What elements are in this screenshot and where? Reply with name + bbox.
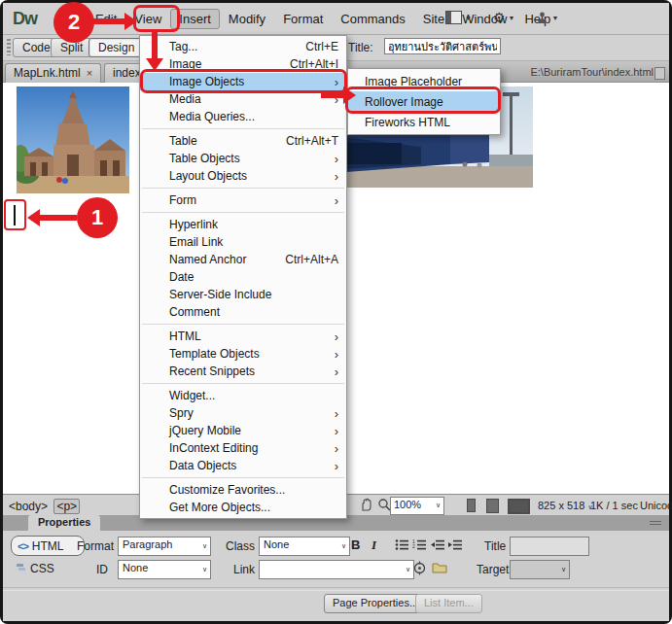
menu-item-server-side-include[interactable]: Server-Side Include [140,286,346,303]
menu-item-html[interactable]: HTML› [140,328,346,345]
insert-menu-popup: Tag...Ctrl+E ImageCtrl+Alt+I Image Objec… [139,35,347,519]
target-label: Target [477,563,509,576]
step-1-arrowhead-icon [27,209,40,226]
menu-item-email-link[interactable]: Email Link [140,233,346,251]
magnification-select[interactable]: 100% ∨ [390,497,444,515]
encoding-indicator: Unicode (UTF-8 [640,500,672,511]
menu-item-named-anchor[interactable]: Named AnchorCtrl+Alt+A [140,251,346,268]
submenu-arrow-icon: › [335,347,338,362]
id-select[interactable]: None ∨ [118,560,211,579]
step-2-arrow-shaft [93,18,124,24]
title-field-label: Title [484,539,506,553]
menu-item-recent-snippets[interactable]: Recent Snippets› [140,363,346,380]
menu-item-spry[interactable]: Spry› [140,404,346,422]
menu-item-hyperlink[interactable]: Hyperlink [140,216,346,233]
file-status-icon [654,67,665,80]
point-to-file-icon[interactable] [412,561,427,575]
menu-item-tag[interactable]: Tag...Ctrl+E [140,38,346,55]
html-properties-button[interactable]: <> HTML [11,536,85,556]
hand-tool-icon[interactable] [359,498,373,512]
menu-separator [142,477,344,478]
link-combo[interactable]: ∨ [259,560,414,579]
svg-text:2: 2 [412,543,415,549]
chevron-down-icon: ∨ [561,566,566,573]
site-management-button[interactable]: ▼ [536,12,558,24]
menu-item-widget[interactable]: Widget... [140,387,346,404]
css-properties-button[interactable]: CSS [11,559,83,577]
toolbar-grip[interactable] [7,39,11,55]
phanom-rung-temple-image[interactable] [17,87,129,193]
menu-item-media-queries[interactable]: Media Queries... [140,108,346,125]
format-label: Format [77,539,114,553]
tag-selector: <body> <p> [9,499,80,514]
submenu-arrow-icon: › [335,169,338,184]
tag-p-selected[interactable]: <p> [53,499,80,514]
step-1-badge: 1 [77,197,118,238]
menu-item-comment[interactable]: Comment [140,303,346,321]
menu-item-jquery-mobile[interactable]: jQuery Mobile› [140,422,346,439]
design-view-button[interactable]: Design [88,38,144,57]
tag-body[interactable]: <body> [9,500,48,513]
panel-divider [3,587,669,591]
menu-item-table-objects[interactable]: Table Objects› [140,150,346,167]
menu-item-date[interactable]: Date [140,268,346,286]
chevron-down-icon: ∨ [202,542,207,550]
menu-item-customize-favorites[interactable]: Customize Favorites... [140,481,346,499]
submenu-arrow-icon: › [335,193,338,208]
window-size-indicator[interactable]: 825 x 518 ∨ [538,500,593,511]
insert-menu-highlight-box [133,5,180,32]
dreamweaver-window: Dw File Edit View Insert Modify Format C… [0,0,672,624]
browse-folder-icon[interactable] [432,561,447,574]
outdent-icon[interactable] [431,538,444,551]
menu-item-fireworks-html[interactable]: Fireworks HTML [348,112,500,132]
tablet-size-icon[interactable] [486,499,499,513]
indent-icon[interactable] [448,538,462,551]
zoom-tool-icon[interactable] [377,498,391,512]
target-select: ∨ [510,560,570,579]
submenu-arrow-icon: › [335,424,338,438]
submenu-arrow-icon: › [335,459,338,473]
bold-button[interactable]: B [351,537,360,552]
menu-item-get-more-objects[interactable]: Get More Objects... [140,499,346,516]
class-select[interactable]: None ∨ [259,537,350,556]
workspace-layout-button[interactable]: ▼ [445,11,472,24]
unordered-list-icon[interactable] [395,538,408,551]
code-brackets-icon: <> [18,540,28,552]
menu-commands[interactable]: Commands [332,9,413,29]
extensions-button[interactable]: ⚙ ▼ [493,10,515,25]
phone-size-icon[interactable] [467,499,476,512]
submenu-arrow-icon: › [335,364,338,379]
tab-maplnk[interactable]: MapLnk.html× [5,63,101,85]
menu-item-template-objects[interactable]: Template Objects› [140,345,346,363]
close-tab-icon[interactable]: × [87,67,92,79]
chevron-down-icon: ∨ [436,502,441,509]
tab-properties[interactable]: Properties [28,515,100,532]
desktop-size-icon[interactable] [508,499,530,514]
menu-item-table[interactable]: TableCtrl+Alt+T [140,132,346,150]
menu-separator [142,128,344,129]
chevron-down-icon: ▼ [509,15,515,21]
menu-item-data-objects[interactable]: Data Objects› [140,457,346,474]
menu-format[interactable]: Format [274,9,332,29]
rollover-image-highlight-box [345,87,501,114]
italic-button[interactable]: I [371,537,376,553]
submenu-arrow-icon: › [335,329,338,344]
document-title-input[interactable] [384,38,501,54]
menu-item-incontext-editing[interactable]: InContext Editing› [140,439,346,457]
step-1-arrow-shaft [40,215,77,221]
menu-modify[interactable]: Modify [220,9,274,29]
step-2-badge: 2 [53,2,94,43]
properties-panel: <> HTML CSS Format Paragraph ∨ Class Non… [3,531,669,621]
menu-item-form[interactable]: Form› [140,191,346,209]
submenu-arrow-icon: › [335,152,338,166]
panel-menu-icon[interactable] [650,521,661,525]
ordered-list-icon[interactable]: 12 [412,538,426,551]
format-select[interactable]: Paragraph ∨ [118,537,211,556]
title-label: Title: [348,41,373,54]
menu-separator [142,324,344,325]
chevron-down-icon: ∨ [202,566,207,573]
page-properties-button[interactable]: Page Properties... [324,594,427,613]
gear-icon: ⚙ [493,10,506,25]
title-field-input[interactable] [510,537,589,556]
menu-item-layout-objects[interactable]: Layout Objects› [140,167,346,185]
